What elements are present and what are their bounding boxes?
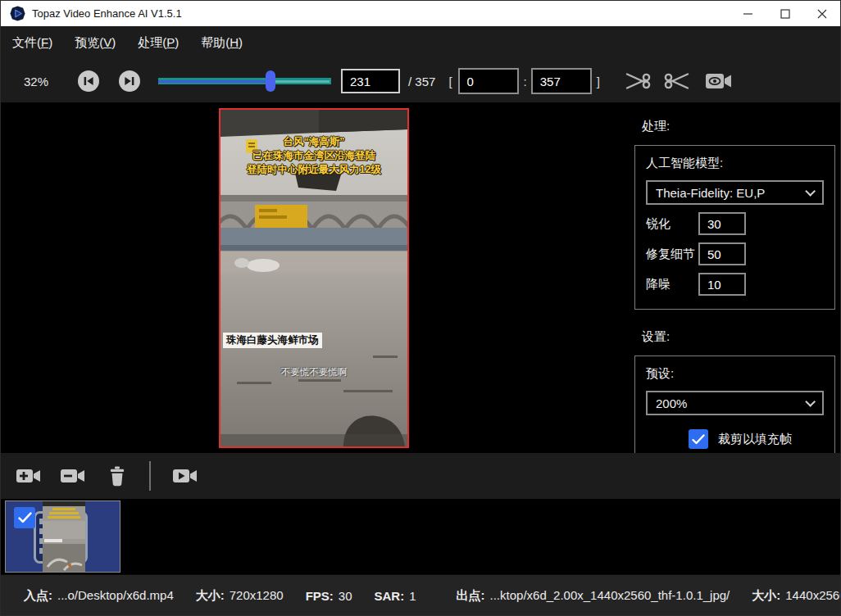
thumbnail-checkbox[interactable] bbox=[14, 507, 35, 528]
cut-scissors-button[interactable] bbox=[625, 70, 651, 92]
restore-detail-input[interactable] bbox=[698, 242, 746, 265]
overlay-line-3: 登陆时中心附近最大风力12级 bbox=[220, 163, 407, 177]
video-thumbnail-selected[interactable] bbox=[5, 500, 120, 573]
split-scissors-button[interactable] bbox=[664, 70, 690, 92]
checkmark-icon bbox=[18, 512, 32, 523]
thumbnail-strip bbox=[1, 499, 840, 574]
chevron-down-icon bbox=[805, 396, 816, 407]
status-fps: FPS:30 bbox=[306, 589, 352, 603]
sharpen-row: 锐化 bbox=[646, 212, 824, 235]
status-input-path: 入点:...o/Desktop/x6d.mp4 bbox=[24, 588, 174, 604]
ai-model-value: Theia-Fidelity: EU,P bbox=[656, 186, 765, 200]
window-controls bbox=[730, 1, 840, 26]
maximize-button[interactable] bbox=[766, 1, 803, 26]
settings-groupbox: 预设: 200% 裁剪以填充帧 bbox=[634, 356, 835, 453]
maximize-icon bbox=[780, 9, 790, 19]
preset-value: 200% bbox=[656, 396, 687, 410]
status-output-size: 大小:1440x2560 bbox=[752, 588, 841, 604]
thumbnail-image bbox=[43, 501, 85, 572]
menu-process[interactable]: 处理(P) bbox=[138, 35, 179, 51]
denoise-input[interactable] bbox=[698, 273, 746, 296]
restore-detail-row: 修复细节 bbox=[646, 242, 824, 265]
timeline-remaining-line bbox=[272, 80, 330, 83]
checkmark-icon bbox=[692, 434, 705, 445]
menu-help[interactable]: 帮助(H) bbox=[201, 35, 243, 51]
video-location-tag: 珠海白藤头海鲜市场 bbox=[223, 333, 322, 348]
sharpen-label: 锐化 bbox=[646, 216, 698, 232]
video-subtitle: 不要慌不要慌啊 bbox=[220, 366, 407, 378]
settings-title: 设置: bbox=[642, 329, 840, 345]
process-video-button[interactable] bbox=[172, 466, 198, 486]
frame-total-label: / 357 bbox=[408, 75, 435, 88]
minimize-button[interactable] bbox=[730, 1, 766, 26]
preset-label: 预设: bbox=[646, 366, 824, 382]
overlay-line-1: 台风“海高斯” bbox=[220, 135, 407, 149]
current-frame-input[interactable] bbox=[341, 69, 400, 93]
sharpen-input[interactable] bbox=[698, 212, 746, 235]
preview-camera-eye-button[interactable] bbox=[705, 71, 733, 91]
status-input-size: 大小:720x1280 bbox=[196, 588, 284, 604]
trim-bracket-close: ] bbox=[597, 75, 600, 88]
timeline-slider-handle[interactable] bbox=[266, 70, 275, 92]
restore-detail-label: 修复细节 bbox=[646, 247, 698, 262]
delete-trash-button[interactable] bbox=[107, 465, 128, 487]
chevron-down-icon bbox=[805, 186, 816, 197]
overlay-line-2: 已在珠海市金湾区沿海登陆 bbox=[220, 149, 407, 163]
titlebar: Topaz Video Enhance AI V1.5.1 bbox=[1, 1, 840, 26]
trim-colon: : bbox=[524, 75, 527, 88]
processing-title: 处理: bbox=[642, 119, 840, 134]
video-overlay-title: 台风“海高斯” 已在珠海市金湾区沿海登陆 登陆时中心附近最大风力12级 bbox=[220, 135, 407, 177]
toolbar: 32% / 357 [ : ] bbox=[1, 60, 840, 102]
menu-file[interactable]: 文件(F) bbox=[12, 35, 52, 51]
timeline-slider[interactable] bbox=[158, 70, 331, 92]
crop-to-fill-label: 裁剪以填充帧 bbox=[718, 432, 792, 447]
skip-to-start-button[interactable] bbox=[78, 70, 99, 92]
menu-preview[interactable]: 预览(V) bbox=[75, 35, 116, 51]
remove-video-button[interactable] bbox=[60, 466, 86, 486]
app-window: Topaz Video Enhance AI V1.5.1 文件(F) 预览(V… bbox=[0, 0, 841, 616]
zoom-level-label: 32% bbox=[24, 75, 55, 88]
close-button[interactable] bbox=[803, 1, 840, 26]
clip-toolbar bbox=[1, 453, 840, 499]
status-output-path: 出点:...ktop/x6d_2.00x_1440x2560_thf-1.0.1… bbox=[457, 588, 730, 604]
close-icon bbox=[817, 9, 827, 19]
trim-end-input[interactable] bbox=[531, 68, 592, 94]
denoise-label: 降噪 bbox=[646, 277, 698, 292]
app-logo-icon bbox=[10, 6, 25, 21]
crop-to-fill-row: 裁剪以填充帧 bbox=[689, 429, 824, 449]
trim-start-input[interactable] bbox=[458, 68, 519, 94]
menubar: 文件(F) 预览(V) 处理(P) 帮助(H) bbox=[1, 26, 840, 60]
skip-to-end-button[interactable] bbox=[119, 70, 140, 92]
statusbar: 入点:...o/Desktop/x6d.mp4 大小:720x1280 FPS:… bbox=[1, 574, 840, 616]
add-video-button[interactable] bbox=[16, 466, 42, 486]
processing-panel: 处理: 人工智能模型: Theia-Fidelity: EU,P 锐化 修复细节… bbox=[630, 102, 840, 453]
preset-dropdown[interactable]: 200% bbox=[646, 391, 824, 415]
status-sar: SAR:1 bbox=[375, 589, 416, 603]
timeline-played-line bbox=[158, 80, 270, 83]
crop-to-fill-checkbox[interactable] bbox=[689, 429, 708, 449]
main-area: 台风“海高斯” 已在珠海市金湾区沿海登陆 登陆时中心附近最大风力12级 珠海白藤… bbox=[1, 102, 840, 453]
window-title: Topaz Video Enhance AI V1.5.1 bbox=[32, 7, 182, 20]
trim-bracket-open: [ bbox=[448, 75, 452, 88]
video-preview[interactable]: 台风“海高斯” 已在珠海市金湾区沿海登陆 登陆时中心附近最大风力12级 珠海白藤… bbox=[219, 108, 409, 448]
minimize-icon bbox=[743, 9, 753, 19]
ai-model-dropdown[interactable]: Theia-Fidelity: EU,P bbox=[646, 180, 824, 205]
ai-model-groupbox: 人工智能模型: Theia-Fidelity: EU,P 锐化 修复细节 降噪 bbox=[634, 145, 835, 310]
toolbar-divider bbox=[149, 461, 151, 491]
denoise-row: 降噪 bbox=[646, 273, 824, 296]
ai-model-label: 人工智能模型: bbox=[646, 156, 824, 171]
